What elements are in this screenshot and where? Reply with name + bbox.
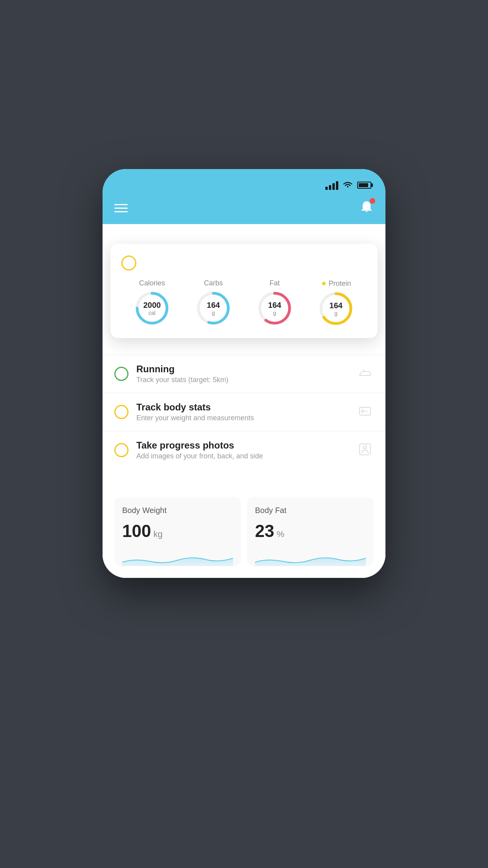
battery-icon [357,182,371,189]
todo-icon [358,442,374,458]
todo-circle[interactable] [114,443,128,457]
nutrition-label-row: ★ Protein [321,279,351,288]
hamburger-menu[interactable] [114,204,128,212]
circle-inner: 2000 cal [143,301,161,316]
progress-card-body-weight[interactable]: Body Weight 100 kg [114,497,241,566]
progress-value: 100 kg [122,521,233,541]
notification-bell[interactable] [360,200,374,216]
phone-content: Calories 2000 cal Carbs 164 g [103,224,385,578]
phone-mockup: Calories 2000 cal Carbs 164 g [103,169,385,578]
progress-header [114,481,374,497]
progress-card-body-fat[interactable]: Body Fat 23 % [247,497,374,566]
shoe-icon [358,366,372,380]
todo-text: Track body stats Enter your weight and m… [136,402,350,422]
todo-title: Take progress photos [136,440,350,451]
status-bar [103,169,385,194]
circle-unit: g [329,310,342,316]
status-icons [325,180,371,190]
circle-value: 164 [329,301,342,310]
nutrition-item-carbs: Carbs 164 g [196,279,231,326]
circle-inner: 164 g [207,301,220,316]
progress-card-title: Body Fat [255,506,366,515]
progress-unit: kg [153,529,162,539]
todo-circle[interactable] [114,367,128,381]
progress-cards: Body Weight 100 kg Body Fat 23 % [114,497,374,566]
circle-unit: g [268,310,281,316]
progress-number: 23 [255,521,274,541]
notification-dot [370,198,375,204]
nutrition-label: Calories [139,279,165,287]
circle-inner: 164 g [268,301,281,316]
todo-title: Running [136,364,350,375]
star-icon: ★ [321,279,327,288]
todo-icon [358,404,374,420]
circle-ring: 2000 cal [134,291,170,326]
signal-icon [325,180,338,190]
todo-subtitle: Add images of your front, back, and side [136,452,350,460]
nutrition-label-row: Fat [270,279,280,287]
circle-value: 164 [207,301,220,310]
todo-title: Track body stats [136,402,350,413]
things-section-header [103,224,385,241]
nutrition-card: Calories 2000 cal Carbs 164 g [110,244,378,338]
todo-item-1[interactable]: Running Track your stats (target: 5km) [103,355,385,393]
progress-chart [122,546,233,566]
nutrition-label: Carbs [204,279,223,287]
circle-value: 2000 [143,301,161,310]
card-title-row [121,256,367,270]
circle-unit: cal [143,310,161,316]
circle-ring: 164 g [318,291,354,326]
svg-point-10 [361,410,364,412]
progress-unit: % [277,529,284,539]
progress-chart [255,546,366,566]
todo-subtitle: Track your stats (target: 5km) [136,376,350,384]
circle-ring: 164 g [196,291,231,326]
nutrition-grid: Calories 2000 cal Carbs 164 g [121,279,367,326]
circle-value: 164 [268,301,281,310]
person-icon [358,442,372,456]
todo-circle[interactable] [114,405,128,419]
todo-subtitle: Enter your weight and measurements [136,414,350,422]
todo-text: Take progress photos Add images of your … [136,440,350,460]
svg-point-12 [363,446,367,449]
circle-inner: 164 g [329,301,342,316]
nutrition-label: Fat [270,279,280,287]
todo-checkbox-nutrition[interactable] [121,256,136,270]
nutrition-label-row: Carbs [204,279,223,287]
nutrition-item-calories: Calories 2000 cal [134,279,170,326]
todo-icon [358,366,374,382]
nutrition-label: Protein [328,280,351,288]
nutrition-item-protein: ★ Protein 164 g [318,279,354,326]
todo-item-3[interactable]: Take progress photos Add images of your … [103,431,385,469]
todo-text: Running Track your stats (target: 5km) [136,364,350,384]
circle-ring: 164 g [257,291,292,326]
progress-value: 23 % [255,521,366,541]
nutrition-item-fat: Fat 164 g [257,279,292,326]
progress-card-title: Body Weight [122,506,233,515]
todo-item-2[interactable]: Track body stats Enter your weight and m… [103,393,385,431]
circle-unit: g [207,310,220,316]
wifi-icon [342,181,353,189]
progress-section: Body Weight 100 kg Body Fat 23 % [103,481,385,578]
scale-icon [358,404,372,418]
progress-number: 100 [122,521,151,541]
nutrition-label-row: Calories [139,279,165,287]
nav-bar [103,194,385,224]
